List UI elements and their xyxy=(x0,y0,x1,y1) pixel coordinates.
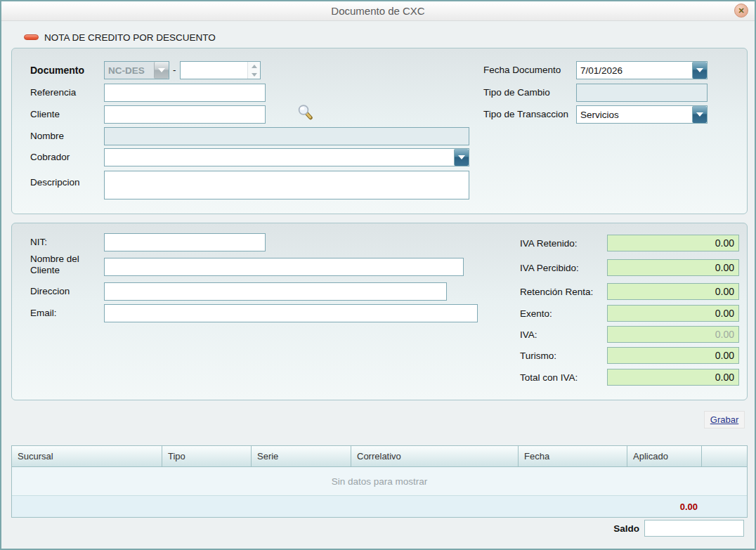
email-input[interactable] xyxy=(104,304,478,322)
cobrador-label: Cobrador xyxy=(30,152,70,162)
email-label: Email: xyxy=(30,308,57,318)
column-header-tipo[interactable]: Tipo xyxy=(162,446,252,466)
fecha-documento-label: Fecha Documento xyxy=(483,65,561,75)
cliente-label: Cliente xyxy=(30,109,60,119)
amount-row-iva-percibido: IVA Percibido: xyxy=(520,259,739,276)
referencia-label: Referencia xyxy=(30,87,76,98)
chevron-down-icon xyxy=(692,106,707,123)
nit-label: NIT: xyxy=(30,237,47,247)
document-panel: Documento NC-DES - Referencia Cliente N xyxy=(11,48,748,214)
amount-row-iva: IVA: xyxy=(520,326,739,343)
iva-retenido-input[interactable] xyxy=(607,235,739,251)
chevron-down-icon xyxy=(154,62,169,79)
documento-label: Documento xyxy=(30,65,84,76)
nombre-cliente-input[interactable] xyxy=(104,258,464,276)
direccion-label: Direccion xyxy=(30,286,70,296)
column-header-fecha[interactable]: Fecha xyxy=(519,446,627,466)
iva-percibido-label: IVA Percibido: xyxy=(520,263,579,273)
total-con-iva-label: Total con IVA: xyxy=(520,372,578,383)
table-header-row: Sucursal Tipo Serie Correlativo Fecha Ap… xyxy=(12,446,747,467)
amount-row-exento: Exento: xyxy=(520,305,739,322)
chevron-down-icon[interactable] xyxy=(248,70,260,79)
close-button[interactable]: ✕ xyxy=(734,4,748,18)
tipo-cambio-input xyxy=(576,84,708,102)
nombre-input xyxy=(104,127,469,145)
saldo-input[interactable] xyxy=(644,520,744,537)
cobrador-value xyxy=(105,149,454,166)
column-header-aplicado[interactable]: Aplicado xyxy=(627,446,702,466)
documento-separator: - xyxy=(173,65,176,75)
retencion-renta-input[interactable] xyxy=(607,283,739,300)
turismo-input[interactable] xyxy=(607,347,739,364)
nit-input[interactable] xyxy=(104,233,266,251)
amount-row-iva-retenido: IVA Retenido: xyxy=(520,235,739,251)
nombre-cliente-label: Nombre del Cliente xyxy=(30,254,100,276)
amount-row-total-con-iva: Total con IVA: xyxy=(520,369,739,386)
cobrador-select[interactable] xyxy=(104,148,469,166)
fecha-documento-value: 7/01/2026 xyxy=(577,62,692,79)
minus-icon xyxy=(24,34,39,40)
direccion-input[interactable] xyxy=(104,282,447,301)
referencia-input[interactable] xyxy=(104,84,266,102)
amount-row-retencion-renta: Retención Renta: xyxy=(520,283,739,300)
documento-number-spinner[interactable] xyxy=(180,61,261,79)
cliente-input[interactable] xyxy=(104,105,266,124)
total-aplicado-value: 0.00 xyxy=(680,502,698,512)
close-icon: ✕ xyxy=(738,7,744,15)
grabar-button[interactable]: Grabar xyxy=(704,411,745,428)
column-header-sucursal[interactable]: Sucursal xyxy=(12,446,162,466)
tipo-transaccion-value: Servicios xyxy=(577,106,692,123)
grabar-link[interactable]: Grabar xyxy=(710,414,738,425)
amount-row-turismo: Turismo: xyxy=(520,347,739,364)
form-title: NOTA DE CREDITO POR DESCUENTO xyxy=(44,32,216,43)
turismo-label: Turismo: xyxy=(520,351,556,361)
iva-retenido-label: IVA Retenido: xyxy=(520,238,578,249)
documento-number-input[interactable] xyxy=(181,62,247,79)
total-con-iva-input[interactable] xyxy=(607,369,739,386)
column-header-blank xyxy=(702,446,747,466)
exento-label: Exento: xyxy=(520,308,552,319)
descripcion-label: Descripcion xyxy=(30,177,80,188)
spinner-buttons xyxy=(247,62,260,79)
title-bar: Documento de CXC ✕ xyxy=(1,1,755,21)
documento-type-select: NC-DES xyxy=(104,61,169,79)
cxc-document-dialog: Documento de CXC ✕ NOTA DE CREDITO POR D… xyxy=(0,0,756,550)
search-icon[interactable] xyxy=(296,103,313,122)
table-footer-row: 0.00 xyxy=(12,496,747,517)
table-empty-message: Sin datos para mostrar xyxy=(12,467,747,496)
documento-type-value: NC-DES xyxy=(105,62,154,79)
nombre-label: Nombre xyxy=(30,131,64,141)
iva-percibido-input[interactable] xyxy=(607,259,739,276)
documents-table: Sucursal Tipo Serie Correlativo Fecha Ap… xyxy=(11,445,748,518)
tipo-transaccion-select[interactable]: Servicios xyxy=(576,105,708,124)
chevron-down-icon xyxy=(692,62,707,79)
iva-label: IVA: xyxy=(520,329,537,340)
saldo-label: Saldo xyxy=(613,523,639,534)
saldo-row: Saldo xyxy=(11,520,744,537)
window-title: Documento de CXC xyxy=(1,1,755,20)
fecha-documento-picker[interactable]: 7/01/2026 xyxy=(576,61,708,79)
tipo-transaccion-label: Tipo de Transaccion xyxy=(483,109,568,119)
exento-input[interactable] xyxy=(607,305,739,322)
iva-input xyxy=(607,326,739,343)
tipo-cambio-label: Tipo de Cambio xyxy=(483,87,550,98)
chevron-up-icon[interactable] xyxy=(248,62,260,70)
client-panel: NIT: Nombre del Cliente Direccion Email:… xyxy=(11,223,748,400)
retencion-renta-label: Retención Renta: xyxy=(520,287,593,297)
descripcion-textarea[interactable] xyxy=(104,171,469,199)
chevron-down-icon xyxy=(454,149,469,166)
column-header-correlativo[interactable]: Correlativo xyxy=(351,446,519,466)
column-header-serie[interactable]: Serie xyxy=(252,446,351,466)
